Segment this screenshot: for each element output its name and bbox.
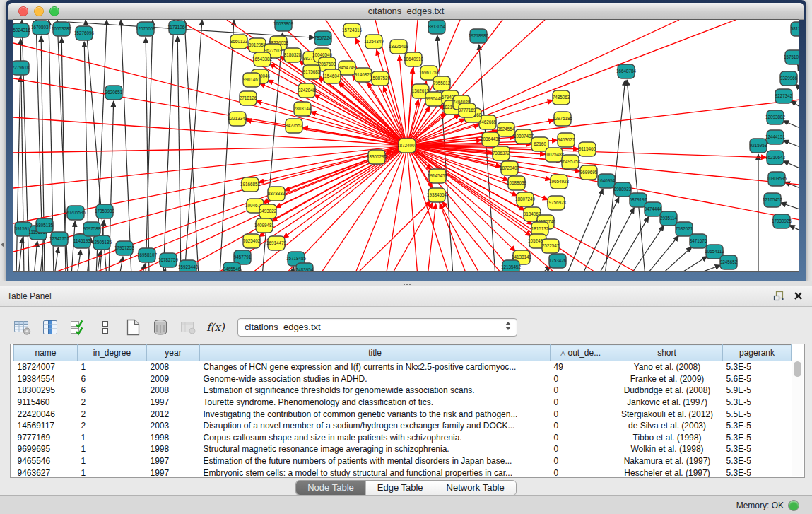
graph-node[interactable]: 12975185 — [553, 112, 573, 126]
float-panel-icon[interactable] — [772, 290, 784, 301]
cell-short[interactable]: Franke et al. (2009) — [611, 373, 723, 385]
graph-node[interactable]: 9777169 — [459, 103, 476, 117]
graph-node[interactable]: 8813054 — [428, 20, 446, 34]
delete-table-icon[interactable] — [151, 317, 170, 337]
cell-year[interactable]: 2008 — [147, 361, 200, 373]
citation-network-graph[interactable]: 1872400786601238912954182260589627503165… — [13, 20, 799, 272]
cell-out_degree[interactable]: 0 — [551, 467, 611, 478]
network-canvas[interactable]: 1872400786601238912954182260589627503165… — [13, 19, 799, 272]
column-header-pagerank[interactable]: pagerank — [723, 345, 792, 361]
cell-out_degree[interactable]: 0 — [551, 420, 611, 432]
column-header-out_degree[interactable]: △out_de... — [551, 345, 611, 361]
graph-node[interactable]: 16958107 — [137, 248, 158, 262]
graph-node[interactable]: 12135452 — [501, 260, 522, 272]
graph-node[interactable]: 9474444 — [645, 202, 662, 216]
graph-node[interactable]: 9242848 — [298, 83, 316, 98]
graph-node[interactable]: 10309595 — [767, 172, 787, 186]
graph-node[interactable]: 9699695 — [580, 165, 598, 180]
graph-node[interactable]: 9227342 — [775, 89, 793, 103]
graph-node[interactable]: 9245652 — [720, 255, 738, 269]
cell-title[interactable]: Estimation of significance thresholds fo… — [200, 385, 551, 397]
row-height-icon[interactable] — [95, 317, 115, 337]
cell-in_degree[interactable]: 2 — [78, 420, 147, 432]
cell-title[interactable]: Structural magnetic resonance image aver… — [200, 443, 551, 455]
graph-node[interactable]: 11254349 — [364, 35, 384, 49]
cell-year[interactable]: 1998 — [147, 443, 200, 455]
cell-short[interactable]: Jankovic et al. (1997) — [611, 397, 723, 409]
table-row[interactable]: 1938455462009Genome-wide association stu… — [14, 373, 792, 385]
graph-node[interactable]: 16782759 — [158, 253, 179, 267]
cell-year[interactable]: 1997 — [147, 455, 200, 467]
graph-node[interactable]: 9115460 — [579, 142, 596, 156]
graph-node[interactable]: 8660123 — [230, 35, 248, 49]
graph-node[interactable]: 10553287 — [52, 22, 72, 36]
graph-node[interactable]: 17030925 — [772, 214, 792, 228]
window-titlebar[interactable]: citations_edges.txt — [8, 3, 804, 20]
graph-node[interactable]: 18807249 — [515, 192, 536, 206]
cell-name[interactable]: 22420046 — [14, 408, 78, 420]
graph-node[interactable]: 9175685 — [303, 65, 321, 79]
graph-node[interactable]: 14099481 — [254, 218, 275, 233]
cell-name[interactable]: 19384554 — [14, 373, 78, 385]
graph-node[interactable]: 12505135 — [92, 235, 112, 250]
column-header-short[interactable]: short — [611, 345, 723, 361]
cell-out_degree[interactable]: 0 — [551, 408, 611, 420]
cell-name[interactable]: 9699695 — [14, 443, 78, 455]
cell-in_degree[interactable]: 1 — [78, 467, 147, 478]
graph-node[interactable]: 2718126 — [240, 91, 257, 105]
graph-node[interactable]: 8471676 — [690, 234, 707, 248]
column-header-title[interactable]: title — [200, 345, 551, 361]
graph-node[interactable]: 16708034 — [31, 21, 52, 35]
graph-node[interactable]: 16210643 — [765, 151, 786, 165]
graph-node[interactable]: 2483954 — [296, 263, 314, 272]
graph-node[interactable]: 16495758 — [560, 155, 581, 169]
graph-node[interactable]: 15024316 — [13, 23, 30, 37]
graph-node[interactable]: 19145453 — [428, 169, 448, 183]
cell-in_degree[interactable]: 2 — [78, 408, 147, 420]
cell-name[interactable]: 9463627 — [14, 467, 78, 478]
graph-node[interactable]: 19218986 — [469, 29, 489, 43]
graph-node[interactable]: 19756928 — [546, 196, 567, 210]
cell-title[interactable]: Estimation of the future numbers of pati… — [200, 455, 551, 467]
graph-node[interactable]: 7386372 — [493, 146, 510, 160]
cell-title[interactable]: Genome-wide association studies in ADHD. — [200, 373, 551, 385]
graph-node[interactable]: 18640910 — [404, 52, 424, 66]
graph-node[interactable]: 1753426 — [549, 254, 567, 268]
graph-node[interactable]: 8186328 — [284, 48, 302, 62]
graph-node[interactable]: 15276096 — [74, 26, 95, 40]
graph-node[interactable]: 2620651 — [105, 86, 123, 100]
cell-name[interactable]: 9777169 — [14, 432, 78, 444]
cell-year[interactable]: 1997 — [147, 467, 200, 478]
graph-node[interactable]: 10688639 — [507, 176, 527, 190]
cell-year[interactable]: 1997 — [147, 397, 200, 409]
table-row[interactable]: 1456911722003Disruption of a novel membe… — [14, 420, 792, 432]
cell-out_degree[interactable]: 0 — [551, 455, 611, 467]
cell-pagerank[interactable]: 5.5E-5 — [723, 408, 792, 420]
graph-node[interactable]: 15751074 — [784, 50, 799, 64]
graph-node[interactable]: 8878332 — [268, 187, 286, 201]
cell-in_degree[interactable]: 1 — [78, 455, 147, 467]
graph-node[interactable]: 7955812 — [433, 76, 451, 90]
graph-node[interactable]: 8427552 — [286, 119, 303, 133]
graph-node[interactable]: 16914479 — [266, 236, 287, 250]
cell-in_degree[interactable]: 6 — [78, 385, 147, 397]
graph-node[interactable]: 9463627 — [558, 133, 575, 147]
cell-title[interactable]: Changes of HCN gene expression and I(f) … — [200, 361, 551, 373]
cell-name[interactable]: 9465546 — [14, 455, 78, 467]
tab-edge-table[interactable]: Edge Table — [366, 481, 435, 495]
cell-pagerank[interactable]: 5.3E-5 — [723, 467, 792, 478]
graph-node[interactable]: 8988923 — [614, 182, 632, 197]
panel-splitter-handle[interactable] — [403, 283, 411, 286]
cell-year[interactable]: 2009 — [147, 373, 200, 385]
graph-node[interactable]: 7857224 — [314, 31, 332, 45]
graph-node[interactable]: 12213343 — [228, 112, 248, 126]
graph-node[interactable]: 9329966 — [780, 71, 798, 86]
table-options-icon[interactable] — [13, 317, 33, 337]
graph-node[interactable]: 15887520 — [370, 71, 391, 86]
cell-in_degree[interactable]: 1 — [78, 361, 147, 373]
cell-out_degree[interactable]: 49 — [551, 361, 611, 373]
graph-node[interactable]: 9465546 — [223, 262, 241, 272]
graph-node[interactable]: 5813054 — [791, 22, 799, 36]
graph-node[interactable]: 16543382 — [252, 52, 273, 66]
graph-node[interactable]: 11546047 — [322, 69, 342, 83]
